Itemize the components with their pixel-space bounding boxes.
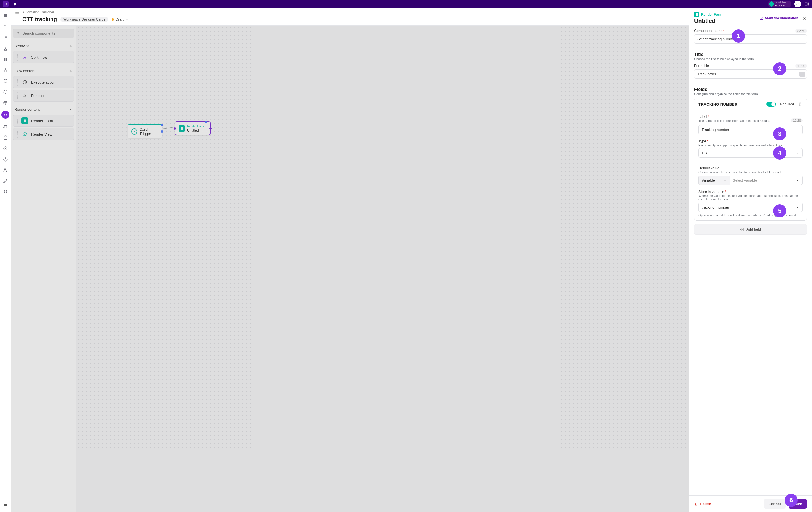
fx-icon: fx (21, 92, 28, 99)
form-icon (21, 117, 28, 124)
input-component-name[interactable] (694, 34, 807, 44)
chevron-down-icon (125, 18, 129, 21)
callout-6: 6 (785, 494, 798, 507)
apps-icon[interactable] (3, 189, 8, 195)
counter-field-label: 15/20 (791, 118, 803, 122)
cancel-button[interactable]: Cancel (764, 499, 786, 509)
output-port[interactable] (161, 131, 163, 133)
status-text: Draft (116, 17, 123, 21)
components-sidebar: Behavior Split Flow Flow content Execute… (11, 26, 77, 512)
flow-canvas[interactable]: Card Trigger Render Form Untitled (77, 26, 689, 512)
topbar: :t Available 00:13:34 JS (0, 0, 812, 8)
component-function[interactable]: fx Function (13, 90, 74, 102)
app-launcher-icon[interactable] (3, 502, 8, 507)
group-flow-content[interactable]: Flow content (13, 67, 74, 75)
select-default-variable[interactable]: Select variable (730, 175, 803, 185)
user-avatar[interactable]: JS (794, 1, 801, 7)
counter-form-title: 11/20 (795, 64, 807, 68)
panel-title: Untitled (694, 18, 722, 24)
field-name: TRACKING NUMBER (698, 102, 737, 107)
component-render-view[interactable]: Render View (13, 128, 74, 140)
chip-icon[interactable] (3, 124, 8, 130)
config-sidepanel: Render Form Untitled View documentation … (689, 8, 812, 512)
output-port-top[interactable] (161, 124, 163, 126)
label-component-name: Component name* (694, 29, 724, 33)
notifications-icon[interactable] (12, 2, 17, 6)
compass-icon[interactable] (3, 146, 8, 151)
shield-icon[interactable] (3, 78, 8, 84)
drag-handle-icon[interactable] (16, 79, 19, 86)
heading-fields: Fields (694, 87, 807, 92)
panel-type: Render Form (694, 12, 722, 17)
segment-icon[interactable] (3, 89, 8, 95)
search-input[interactable] (13, 29, 74, 38)
select-default-mode[interactable]: Variable (698, 175, 730, 185)
label-field-type: Type* (698, 139, 708, 143)
search-icon (16, 31, 20, 35)
chevron-down-icon (796, 179, 800, 182)
top-port[interactable] (205, 121, 207, 123)
group-behavior[interactable]: Behavior (13, 42, 74, 50)
svg-point-5 (5, 159, 6, 160)
workspace: Automation Designer CTT tracking Workspa… (11, 8, 689, 512)
gear-icon[interactable] (3, 157, 8, 162)
close-icon[interactable] (802, 16, 807, 21)
breadcrumb: Automation Designer (22, 10, 54, 14)
node-card-trigger[interactable]: Card Trigger (128, 124, 162, 138)
list-icon[interactable] (3, 35, 8, 40)
select-field-type[interactable]: Text (698, 148, 803, 158)
drag-handle-icon[interactable] (16, 118, 19, 124)
label-field-label: Label* (698, 115, 709, 119)
globe-icon[interactable] (3, 100, 8, 106)
status-dropdown[interactable]: Draft (112, 17, 129, 21)
status-dot-icon (112, 18, 114, 21)
code-icon[interactable] (1, 111, 9, 119)
panel-toggle-icon[interactable] (804, 1, 809, 6)
component-render-form[interactable]: Render Form (13, 115, 74, 127)
link-icon[interactable] (3, 24, 8, 30)
app-logo[interactable]: :t (3, 1, 8, 7)
svg-rect-2 (4, 125, 6, 128)
input-field-label[interactable] (698, 125, 803, 135)
required-toggle[interactable] (766, 102, 776, 107)
chevron-down-icon (723, 179, 727, 182)
status-timer: 00:13:34 (776, 4, 786, 7)
output-port[interactable] (209, 127, 212, 130)
chevron-up-icon (69, 108, 73, 112)
storage-icon[interactable] (3, 135, 8, 140)
person-arrow-icon[interactable] (3, 167, 8, 173)
drag-handle-icon[interactable] (16, 54, 19, 60)
chat-icon[interactable] (3, 13, 8, 19)
contact-icon[interactable] (3, 46, 8, 51)
delete-field-icon[interactable] (798, 102, 803, 107)
play-icon (131, 129, 137, 135)
eye-icon (21, 131, 28, 138)
delete-button[interactable]: Delete (694, 502, 711, 506)
columns-icon[interactable] (3, 57, 8, 62)
label-default-value: Default value (698, 166, 719, 170)
input-port[interactable] (174, 127, 176, 130)
external-link-icon (759, 16, 763, 20)
add-field-button[interactable]: Add field (694, 224, 807, 235)
drag-handle-icon[interactable] (16, 131, 19, 138)
group-render-content[interactable]: Render content (13, 106, 74, 113)
page-title: CTT tracking (22, 16, 57, 23)
trash-icon (694, 502, 698, 506)
node-render-form[interactable]: Render Form Untitled (175, 121, 210, 135)
branch-icon[interactable] (3, 67, 8, 73)
field-card: TRACKING NUMBER Required Label* (694, 98, 807, 221)
plus-icon (740, 227, 744, 231)
edit-icon[interactable] (3, 178, 8, 184)
component-split-flow[interactable]: Split Flow (13, 51, 74, 63)
view-documentation-link[interactable]: View documentation (759, 16, 798, 20)
callout-3: 3 (773, 127, 786, 140)
select-store-variable[interactable]: tracking_number (698, 203, 803, 212)
workspace-chip: Workspace Designer Cards (60, 17, 108, 22)
sidebar-toggle-icon[interactable] (15, 10, 20, 15)
drag-handle-icon[interactable] (16, 92, 19, 99)
svg-point-9 (24, 134, 26, 135)
input-form-title[interactable] (694, 69, 807, 79)
component-execute-action[interactable]: Execute action (13, 76, 74, 88)
agent-status-pill[interactable]: Available 00:13:34 (768, 1, 791, 7)
more-icon[interactable] (800, 72, 805, 77)
